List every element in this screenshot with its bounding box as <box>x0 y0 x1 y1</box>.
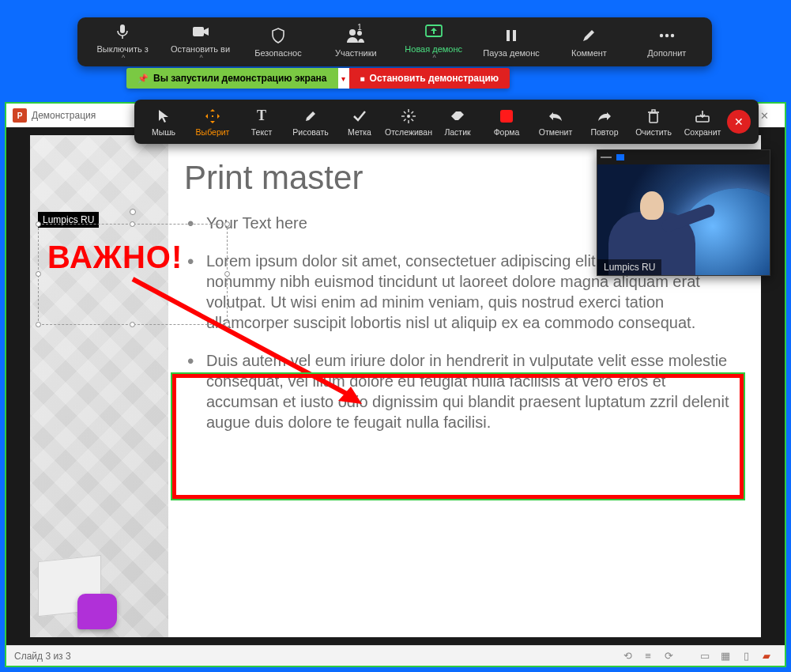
ppt-window-title: Демонстрация <box>32 110 96 121</box>
puzzle-decoration <box>38 534 133 629</box>
share-started-banner[interactable]: Вы запустили демонстрацию экрана <box>126 68 338 89</box>
stop-video-button[interactable]: Остановить ви^ <box>161 19 239 65</box>
zoom-meeting-toolbar: Выключить з^ Остановить ви^ Безопаснос 1… <box>77 17 712 66</box>
anno-clear-button[interactable]: Очистить <box>629 106 678 138</box>
anno-format-button[interactable]: Форма <box>482 106 531 138</box>
microphone-icon <box>115 22 130 41</box>
svg-rect-22 <box>652 110 655 112</box>
participants-button[interactable]: 1 Участники <box>317 23 394 61</box>
annotation-important-text[interactable]: ВАЖНО! <box>47 240 183 275</box>
svg-point-11 <box>407 115 410 118</box>
powerpoint-app-icon: P <box>13 108 27 123</box>
redo-icon <box>597 108 612 125</box>
svg-rect-7 <box>513 30 516 41</box>
text-icon: T <box>257 108 266 125</box>
self-view-panel[interactable]: Lumpics RU <box>597 149 770 276</box>
svg-point-9 <box>665 34 669 37</box>
window-indicator-icon <box>616 154 624 160</box>
status-menu-icon[interactable]: ≡ <box>638 650 658 662</box>
undo-icon <box>548 108 563 125</box>
color-square-icon <box>500 108 513 125</box>
svg-rect-6 <box>507 30 510 41</box>
eraser-icon <box>450 108 465 125</box>
move-icon <box>205 108 220 125</box>
participants-count: 1 <box>357 23 362 32</box>
anno-spotlight-button[interactable]: Отслеживан <box>384 106 433 138</box>
self-view-name-label: Lumpics RU <box>597 259 661 275</box>
security-label: Безопаснос <box>254 48 301 58</box>
annotation-highlight-box[interactable] <box>172 374 744 499</box>
resize-handle[interactable] <box>130 322 135 327</box>
more-icon <box>658 26 676 45</box>
strip-divider-icon: ▾ <box>338 68 349 89</box>
pause-share-label: Пауза демонс <box>483 48 539 58</box>
anno-stamp-button[interactable]: Метка <box>335 106 384 138</box>
svg-point-10 <box>671 34 674 37</box>
cursor-icon <box>158 108 169 125</box>
anno-draw-button[interactable]: Рисовать <box>286 106 335 138</box>
view-sorter-icon[interactable]: ▦ <box>715 650 736 662</box>
view-reading-icon[interactable]: ▯ <box>736 650 756 662</box>
camera-icon <box>192 22 209 41</box>
more-label: Дополнит <box>647 48 686 58</box>
security-button[interactable]: Безопаснос <box>239 23 317 61</box>
anno-redo-button[interactable]: Повтор <box>580 106 629 138</box>
slide-decorative-sidebar <box>30 135 168 637</box>
minimize-icon[interactable] <box>601 157 612 158</box>
view-normal-icon[interactable]: ▭ <box>695 650 715 662</box>
svg-line-19 <box>412 111 414 114</box>
ppt-statusbar: Слайд 3 из 3 ⟲ ≡ ⟳ ▭ ▦ ▯ ▰ <box>6 645 785 666</box>
annotate-button[interactable]: Коммент <box>550 23 627 61</box>
svg-point-8 <box>660 34 663 37</box>
stop-video-label: Остановить ви <box>171 44 230 54</box>
resize-handle[interactable] <box>36 221 41 227</box>
share-status-strip: Вы запустили демонстрацию экрана ▾ Остан… <box>126 68 510 89</box>
anno-eraser-button[interactable]: Ластик <box>433 106 482 138</box>
anno-text-button[interactable]: T Текст <box>237 106 286 138</box>
svg-point-3 <box>349 29 356 36</box>
resize-handle[interactable] <box>224 221 230 227</box>
resize-handle[interactable] <box>224 322 230 327</box>
trash-icon <box>647 108 660 125</box>
stop-share-button[interactable]: Остановить демонстрацию <box>349 68 510 89</box>
anno-undo-button[interactable]: Отменит <box>531 106 580 138</box>
anno-select-button[interactable]: Выберит <box>188 106 237 138</box>
shield-icon <box>271 26 285 45</box>
view-slideshow-icon[interactable]: ▰ <box>756 650 777 662</box>
self-view-titlebar[interactable] <box>597 150 770 164</box>
save-icon <box>695 108 710 125</box>
anno-mouse-button[interactable]: Мышь <box>139 106 188 138</box>
spotlight-icon <box>401 108 416 125</box>
more-button[interactable]: Дополнит <box>628 23 706 61</box>
pencil-icon <box>582 26 596 45</box>
mute-button[interactable]: Выключить з^ <box>84 19 161 65</box>
checkmark-icon <box>353 108 366 125</box>
self-view-video <box>597 164 770 275</box>
resize-handle[interactable] <box>36 322 41 327</box>
pause-share-button[interactable]: Пауза демонс <box>473 23 550 61</box>
slide-counter: Слайд 3 из 3 <box>14 651 71 662</box>
new-share-label: Новая демонс <box>405 44 462 54</box>
anno-save-button[interactable]: Сохранит <box>678 106 727 138</box>
anno-close-button[interactable]: ✕ <box>727 110 751 134</box>
annotate-label: Коммент <box>571 48 607 58</box>
rotate-handle[interactable] <box>130 209 136 215</box>
participants-icon <box>346 26 365 45</box>
svg-rect-20 <box>650 113 657 123</box>
chevron-up-icon[interactable]: ^ <box>122 54 125 62</box>
pause-icon <box>505 26 518 45</box>
pencil-icon <box>304 108 317 125</box>
mute-label: Выключить з <box>97 44 149 54</box>
svg-line-18 <box>404 119 406 121</box>
resize-handle[interactable] <box>36 271 41 277</box>
svg-line-17 <box>412 119 414 121</box>
chevron-up-icon[interactable]: ^ <box>199 54 202 62</box>
close-icon: ✕ <box>734 115 744 128</box>
status-prev-icon[interactable]: ⟲ <box>617 650 638 662</box>
status-next-icon[interactable]: ⟳ <box>658 650 679 662</box>
new-share-button[interactable]: Новая демонс^ <box>395 19 473 65</box>
resize-handle[interactable] <box>224 271 230 277</box>
annotation-toolbar: Мышь Выберит T Текст Рисовать Метка Отсл… <box>134 100 759 144</box>
resize-handle[interactable] <box>130 221 135 227</box>
chevron-up-icon[interactable]: ^ <box>433 54 436 62</box>
